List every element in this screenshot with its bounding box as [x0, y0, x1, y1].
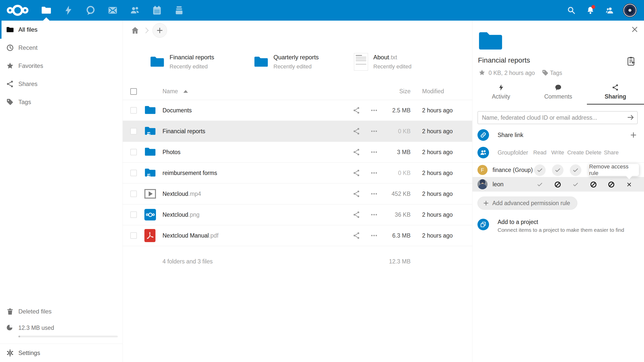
- user-avatar[interactable]: [623, 3, 637, 17]
- recent-card-quarterly-reports[interactable]: Quarterly reports Recently edited: [253, 41, 353, 83]
- remove-access-rule-icon[interactable]: [623, 179, 635, 190]
- search-icon: [567, 6, 576, 15]
- file-row-nextcloud-mp4[interactable]: Nextcloud.mp4 452 KB 2 hours ago: [123, 184, 472, 204]
- file-list-area: Financial reports Recently edited Quarte…: [123, 21, 472, 362]
- share-button[interactable]: [348, 190, 365, 198]
- recent-card-financial-reports[interactable]: Financial reports Recently edited: [149, 41, 253, 83]
- sidebar-item-all-files[interactable]: All files: [0, 21, 123, 39]
- group-avatar: F: [477, 165, 488, 175]
- home-icon[interactable]: [129, 26, 139, 36]
- app-deck[interactable]: [168, 0, 190, 21]
- favorite-star-icon[interactable]: [478, 69, 486, 77]
- tab-activity[interactable]: Activity: [472, 83, 530, 104]
- permission-create-allow[interactable]: [570, 179, 581, 190]
- mail-icon: [108, 5, 118, 15]
- file-row-reimbursement-forms[interactable]: reimbursement forms 0 KB 2 hours ago: [123, 163, 472, 184]
- sidebar-item-deleted-files[interactable]: Deleted files: [0, 302, 123, 321]
- logo-circle-center: [12, 5, 23, 16]
- share-button[interactable]: [348, 211, 365, 219]
- file-name: Documents: [163, 107, 192, 114]
- row-checkbox[interactable]: [130, 107, 137, 114]
- file-row-financial-reports[interactable]: Financial reports 0 KB 2 hours ago: [123, 121, 472, 142]
- sidebar-item-tags[interactable]: Tags: [0, 93, 123, 111]
- project-title: Add to a project: [498, 219, 624, 225]
- row-checkbox[interactable]: [130, 149, 137, 155]
- app-files[interactable]: [35, 0, 57, 21]
- share-button[interactable]: [348, 106, 365, 114]
- share-button[interactable]: [348, 148, 365, 156]
- tab-comments[interactable]: Comments: [530, 83, 587, 104]
- row-checkbox[interactable]: [130, 170, 137, 176]
- file-row-documents[interactable]: Documents 2.5 MB 2 hours ago: [123, 100, 472, 121]
- row-checkbox[interactable]: [130, 191, 137, 197]
- tags-button[interactable]: Tags: [542, 69, 562, 76]
- nextcloud-logo[interactable]: [0, 0, 35, 21]
- actions-menu-button[interactable]: [365, 232, 383, 240]
- recent-card-about-txt[interactable]: About.txt Recently edited: [353, 41, 412, 83]
- share-button[interactable]: [348, 169, 365, 177]
- new-file-button[interactable]: [152, 23, 167, 38]
- sidebar-item-favorites[interactable]: Favorites: [0, 57, 123, 75]
- app-talk[interactable]: [79, 0, 102, 21]
- contacts-menu-button[interactable]: [604, 5, 615, 16]
- modified-column-header[interactable]: Modified: [411, 88, 472, 95]
- app-calendar[interactable]: [146, 0, 168, 21]
- notification-dot: [591, 5, 595, 9]
- top-navigation-bar: [0, 0, 644, 21]
- tab-sharing[interactable]: Sharing: [587, 83, 644, 104]
- notifications-button[interactable]: [585, 5, 596, 16]
- add-advanced-permission-rule-button[interactable]: Add advanced permission rule: [477, 197, 577, 210]
- breadcrumb: [123, 21, 472, 41]
- permission-read-allow[interactable]: [534, 179, 546, 190]
- plus-icon: [156, 27, 164, 34]
- storage-progress-bar: [18, 336, 118, 337]
- folder-icon: [144, 105, 156, 115]
- close-icon[interactable]: [629, 25, 639, 35]
- row-checkbox[interactable]: [130, 232, 137, 239]
- size-column-header[interactable]: Size: [383, 88, 411, 95]
- files-icon: [41, 5, 51, 15]
- acl-entry-name: finance (Group): [493, 163, 533, 177]
- permission-write-deny[interactable]: [552, 179, 564, 190]
- file-row-photos[interactable]: Photos 3 MB 2 hours ago: [123, 142, 472, 163]
- sidebar-item-settings[interactable]: Settings: [0, 344, 123, 362]
- card-ext: .txt: [389, 54, 397, 61]
- sidebar-item-recent[interactable]: Recent: [0, 39, 123, 57]
- card-title: Financial reports: [170, 54, 214, 61]
- actions-menu-button[interactable]: [365, 127, 383, 135]
- permission-delete-deny[interactable]: [588, 179, 599, 190]
- permission-share-deny[interactable]: [606, 179, 617, 190]
- file-row-nextcloud-png[interactable]: Nextcloud.png 36 KB 2 hours ago: [123, 204, 472, 225]
- share-submit-arrow-icon[interactable]: [625, 113, 635, 122]
- share-link-row: Share link: [472, 128, 644, 142]
- sidebar-item-shares[interactable]: Shares: [0, 75, 123, 93]
- row-checkbox[interactable]: [130, 211, 137, 218]
- permission-read-allow[interactable]: [534, 164, 546, 176]
- permission-create-allow[interactable]: [570, 164, 581, 176]
- checksum-clipboard-icon[interactable]: [625, 56, 635, 67]
- file-size: 0 KB: [383, 170, 411, 176]
- share-button[interactable]: [348, 232, 365, 240]
- actions-menu-button[interactable]: [365, 106, 383, 114]
- row-checkbox[interactable]: [130, 128, 137, 134]
- actions-menu-button[interactable]: [365, 211, 383, 219]
- name-column-header[interactable]: Name: [163, 88, 348, 95]
- share-recipient-input[interactable]: [477, 111, 638, 124]
- app-mail[interactable]: [102, 0, 124, 21]
- groupfolder-label: Groupfolder: [498, 149, 528, 156]
- add-share-link-icon[interactable]: [628, 129, 639, 141]
- breadcrumb-chevron-icon: [142, 26, 151, 35]
- search-button[interactable]: [566, 5, 577, 16]
- actions-menu-button[interactable]: [365, 190, 383, 198]
- actions-menu-button[interactable]: [365, 148, 383, 156]
- app-activity[interactable]: [57, 0, 79, 21]
- app-contacts[interactable]: [124, 0, 146, 21]
- select-all-checkbox[interactable]: [130, 88, 137, 95]
- file-row-nextcloud-manual-pdf[interactable]: Nextcloud Manual.pdf 6.3 MB 2 hours ago: [123, 225, 472, 246]
- share-button[interactable]: [348, 127, 365, 135]
- file-modified: 2 hours ago: [411, 149, 472, 156]
- card-title: Quarterly reports: [273, 54, 319, 61]
- actions-menu-button[interactable]: [365, 169, 383, 177]
- permission-write-allow[interactable]: [552, 164, 564, 176]
- add-to-project-row[interactable]: Add to a project Connect items to a proj…: [472, 219, 644, 234]
